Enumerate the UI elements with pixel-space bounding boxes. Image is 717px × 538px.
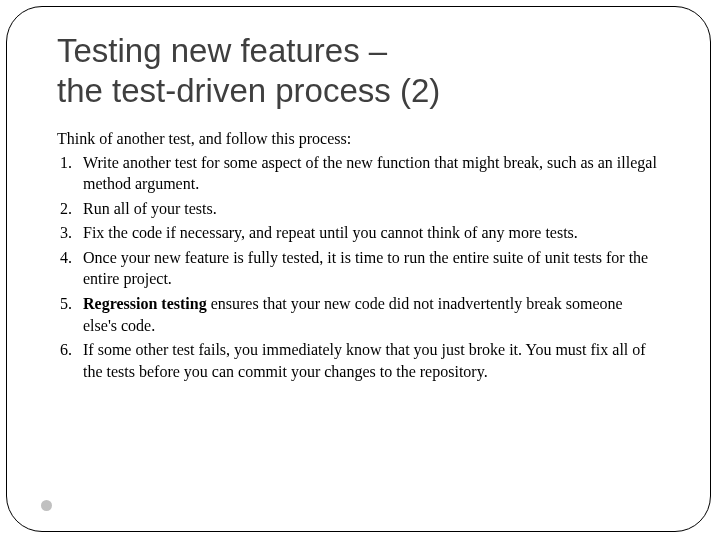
slide-frame: Testing new features – the test-driven p… xyxy=(6,6,711,532)
list-item: Run all of your tests. xyxy=(57,198,660,220)
list-item: Regression testing ensures that your new… xyxy=(57,293,660,336)
list-item-text: Once your new feature is fully tested, i… xyxy=(83,249,648,288)
list-item-text: Write another test for some aspect of th… xyxy=(83,154,657,193)
list-item: If some other test fails, you immediatel… xyxy=(57,339,660,382)
list-item-text: If some other test fails, you immediatel… xyxy=(83,341,646,380)
list-item: Once your new feature is fully tested, i… xyxy=(57,247,660,290)
list-item-text: Fix the code if necessary, and repeat un… xyxy=(83,224,578,241)
bold-term: Regression testing xyxy=(83,295,207,312)
page-indicator-icon xyxy=(41,500,52,511)
title-line-2: the test-driven process (2) xyxy=(57,72,440,109)
list-item-text: Run all of your tests. xyxy=(83,200,217,217)
slide-title: Testing new features – the test-driven p… xyxy=(57,31,660,112)
list-item: Fix the code if necessary, and repeat un… xyxy=(57,222,660,244)
intro-text: Think of another test, and follow this p… xyxy=(57,130,660,148)
process-list: Write another test for some aspect of th… xyxy=(57,152,660,383)
title-line-1: Testing new features – xyxy=(57,32,387,69)
list-item: Write another test for some aspect of th… xyxy=(57,152,660,195)
